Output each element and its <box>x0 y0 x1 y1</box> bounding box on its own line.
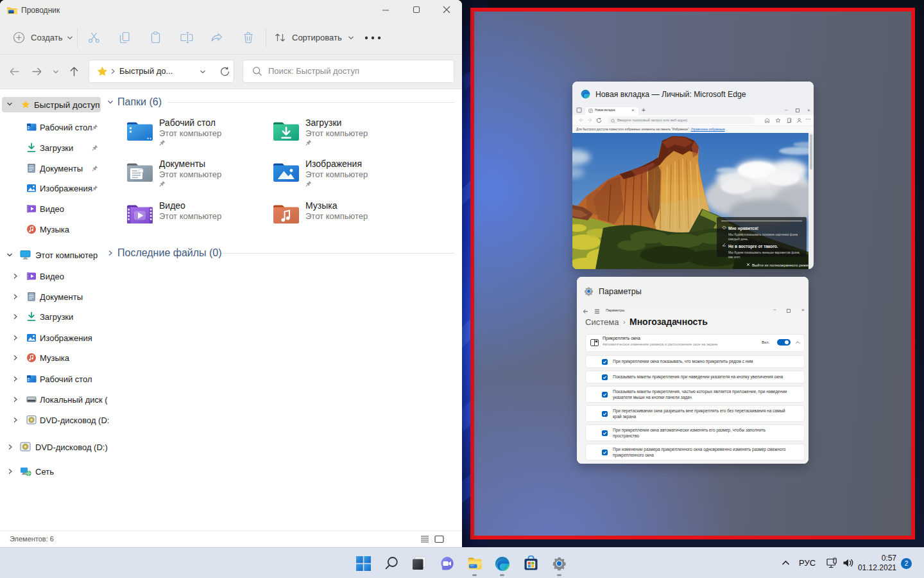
svg-text:как этот.: как этот. <box>728 255 740 259</box>
svg-text:Выйти из полноэкранного режима: Выйти из полноэкранного режима <box>752 263 813 267</box>
svg-text:каждый день.: каждый день. <box>728 237 749 241</box>
svg-text:Не в восторге от такого.: Не в восторге от такого. <box>728 244 778 249</box>
svg-text:Мы будем показывать меньше вар: Мы будем показывать меньше вариантов фон… <box>728 250 800 254</box>
svg-text:Мы будем показывать похожие ка: Мы будем показывать похожие картинки фон… <box>728 232 798 236</box>
svg-text:Мне нравится!: Мне нравится! <box>728 226 758 231</box>
